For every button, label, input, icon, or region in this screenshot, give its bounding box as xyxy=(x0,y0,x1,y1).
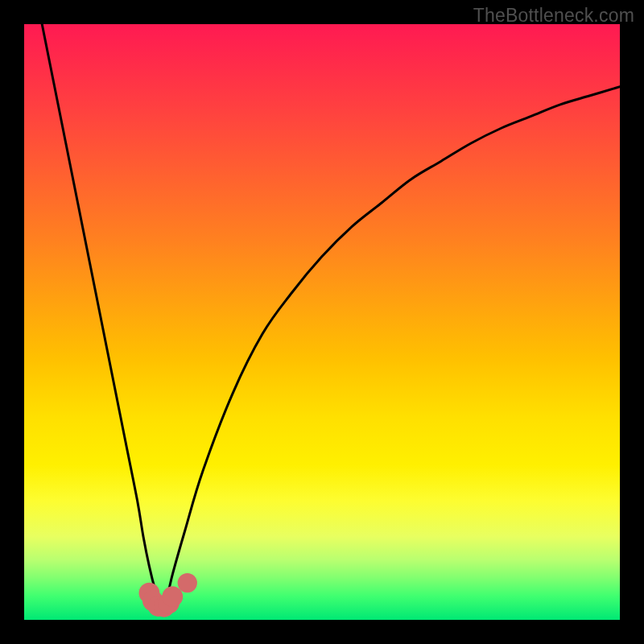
plot-area xyxy=(24,24,620,620)
watermark-text: TheBottleneck.com xyxy=(473,5,634,27)
chart-frame: TheBottleneck.com xyxy=(0,0,644,644)
curve-right-branch xyxy=(161,87,620,609)
bottleneck-markers xyxy=(138,573,196,617)
curve-left-branch xyxy=(42,24,161,608)
curve-layer xyxy=(24,24,620,620)
bottleneck-marker xyxy=(162,586,183,607)
bottleneck-marker xyxy=(178,573,197,592)
